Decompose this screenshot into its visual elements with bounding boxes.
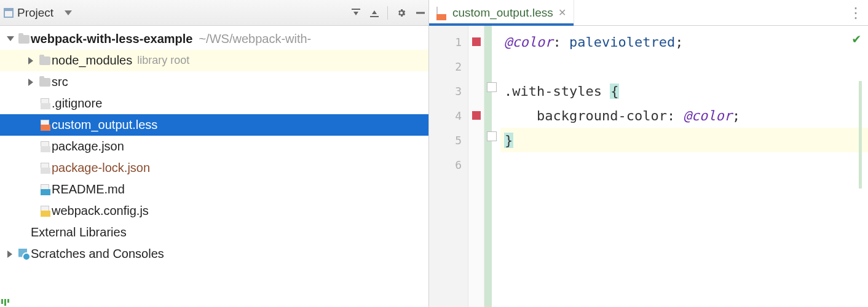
change-gutter: [484, 26, 492, 307]
panel-dropdown-icon[interactable]: [63, 8, 73, 18]
tree-node-label: External Libraries: [31, 225, 127, 239]
token-punct: :: [667, 108, 684, 123]
token-punct: ;: [732, 108, 740, 123]
color-swatch-icon[interactable]: [472, 111, 481, 120]
tree-node-label: node_modules: [52, 53, 132, 68]
tree-node-label: custom_output.less: [52, 118, 157, 132]
scratches-icon: [17, 248, 31, 260]
tree-root[interactable]: webpack-with-less-example ~/WS/webpack-w…: [0, 28, 428, 50]
token-property: background-color: [537, 108, 667, 123]
chevron-down-icon[interactable]: [4, 36, 17, 42]
marker-gutter: [468, 26, 484, 307]
editor-tabs: custom_output.less ✕ ⋮: [429, 0, 868, 26]
minimize-icon[interactable]: [415, 8, 425, 18]
editor-panel: custom_output.less ✕ ⋮ 1 2 3 4 5 6: [429, 0, 868, 307]
tree-node-package-lock[interactable]: package-lock.json: [0, 157, 428, 179]
change-overview[interactable]: [859, 81, 862, 188]
svg-marker-4: [353, 12, 358, 15]
tree-node-label: webpack.config.js: [52, 204, 149, 218]
tree-node-gitignore[interactable]: .gitignore: [0, 93, 428, 114]
line-number: 3: [429, 79, 468, 103]
token-variable: @color: [683, 108, 732, 123]
tab-custom-output[interactable]: custom_output.less ✕: [429, 0, 574, 25]
project-tree: webpack-with-less-example ~/WS/webpack-w…: [0, 26, 428, 307]
panel-header: Project: [0, 0, 428, 26]
tab-label: custom_output.less: [452, 6, 553, 20]
tree-node-node-modules[interactable]: node_modules library root: [0, 50, 428, 71]
line-number: 5: [429, 128, 468, 152]
tree-node-readme[interactable]: README.md: [0, 179, 428, 200]
md-file-icon: [38, 184, 52, 196]
project-window-icon: [4, 8, 14, 18]
token-brace: {: [610, 84, 619, 99]
tree-node-package-json[interactable]: package.json: [0, 136, 428, 157]
fold-handle-close-icon[interactable]: [487, 131, 497, 141]
less-file-icon: [38, 119, 52, 131]
tree-node-path: ~/WS/webpack-with-: [199, 32, 311, 46]
svg-marker-11: [7, 251, 12, 258]
fold-handle-open-icon[interactable]: [487, 82, 497, 92]
token-punct: ;: [675, 34, 683, 50]
gear-icon[interactable]: [397, 8, 406, 18]
svg-marker-9: [28, 57, 33, 64]
token-punct: :: [553, 34, 569, 50]
json-file-icon: [38, 141, 52, 153]
tree-node-label: src: [52, 75, 68, 89]
json-file-icon: [38, 162, 52, 174]
svg-marker-10: [28, 79, 33, 86]
chevron-right-icon[interactable]: [4, 251, 17, 258]
project-panel: Project: [0, 0, 429, 307]
less-file-icon: [436, 7, 448, 18]
file-icon: [38, 98, 52, 110]
chevron-right-icon[interactable]: [25, 57, 38, 64]
collapse-all-icon[interactable]: [369, 8, 379, 18]
check-icon[interactable]: ✔: [853, 31, 861, 46]
line-number: 4: [429, 103, 468, 128]
tree-node-label: Scratches and Consoles: [31, 247, 164, 261]
svg-marker-8: [7, 36, 14, 41]
tree-node-scratches[interactable]: Scratches and Consoles: [0, 243, 428, 265]
token-variable: @color: [504, 34, 553, 50]
tree-node-hint: library root: [137, 54, 189, 67]
tree-node-webpack-config[interactable]: webpack.config.js: [0, 200, 428, 222]
svg-marker-2: [65, 10, 72, 15]
tree-node-label: package.json: [52, 139, 124, 154]
more-icon[interactable]: ⋮: [843, 0, 868, 25]
line-number: 1: [429, 29, 468, 54]
color-swatch-icon[interactable]: [472, 37, 481, 46]
code-editor[interactable]: 1 2 3 4 5 6 @color: palevioletr: [429, 26, 868, 307]
expand-all-icon[interactable]: [350, 8, 360, 18]
line-number: 6: [429, 152, 468, 177]
tree-node-label: README.md: [52, 182, 125, 196]
folder-icon: [17, 33, 31, 45]
folder-icon: [38, 76, 52, 88]
token-selector: .with-styles: [504, 84, 610, 99]
tree-node-custom-output[interactable]: custom_output.less: [0, 114, 428, 136]
tree-node-src[interactable]: src: [0, 71, 428, 93]
line-number: 2: [429, 54, 468, 79]
svg-rect-1: [4, 9, 13, 11]
token-indent: [504, 108, 537, 123]
tree-node-external-libs[interactable]: External Libraries: [0, 222, 428, 243]
fold-gutter: [492, 26, 500, 307]
chevron-right-icon[interactable]: [25, 79, 38, 86]
folder-icon: [38, 55, 52, 67]
external-libs-icon: [17, 227, 31, 239]
tree-node-label: webpack-with-less-example: [31, 32, 192, 46]
tree-node-label: package-lock.json: [52, 161, 150, 175]
code-content[interactable]: @color: palevioletred; .with-styles { ba…: [500, 26, 868, 307]
token-brace: }: [504, 133, 513, 148]
token-value: palevioletred: [569, 34, 675, 50]
js-file-icon: [38, 205, 52, 217]
svg-marker-5: [372, 10, 377, 14]
line-gutter: 1 2 3 4 5 6: [429, 26, 468, 307]
tree-node-label: .gitignore: [52, 96, 102, 111]
panel-title[interactable]: Project: [17, 6, 53, 20]
close-icon[interactable]: ✕: [558, 7, 566, 18]
